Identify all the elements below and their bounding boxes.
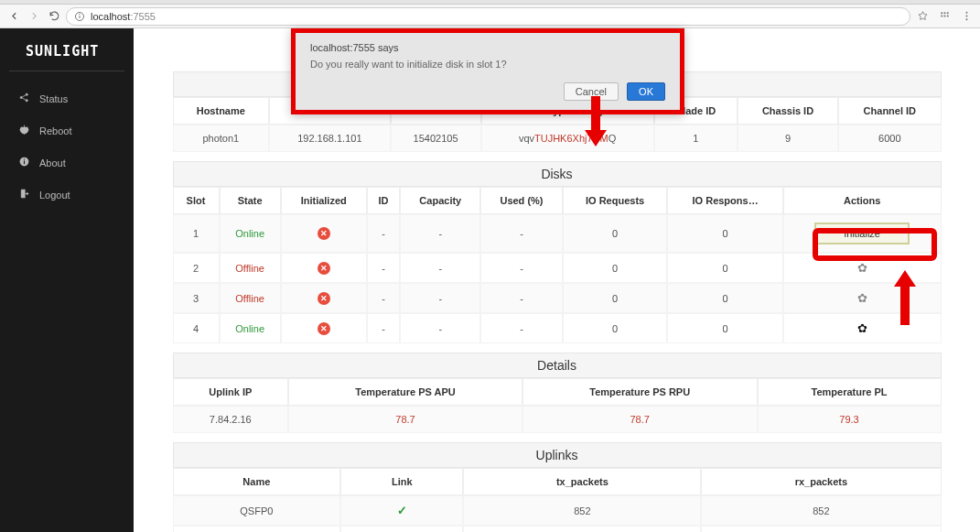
column-header: ID <box>367 187 401 214</box>
table-cell: 79.3 <box>758 406 942 433</box>
back-button[interactable] <box>5 8 22 25</box>
table-cell: 0 <box>563 283 668 313</box>
sidebar-item-about[interactable]: About <box>0 147 134 179</box>
column-header: Temperature PL <box>758 378 942 406</box>
column-header: IO Respons… <box>667 187 782 214</box>
column-header: State <box>220 187 281 214</box>
column-header: Actions <box>783 187 942 214</box>
column-header: Used (%) <box>480 187 563 214</box>
table-cell: 4 <box>173 313 220 343</box>
gear-icon[interactable]: ✿ <box>857 321 867 335</box>
reload-button[interactable] <box>46 8 62 25</box>
forward-button[interactable] <box>26 8 42 25</box>
disk-state: Offline <box>220 253 281 283</box>
disk-state: Online <box>220 313 281 343</box>
column-header: Temperature PS RPU <box>522 378 758 406</box>
sidebar-item-label: Reboot <box>39 125 71 136</box>
table-cell: 6000 <box>838 125 941 152</box>
svg-point-13 <box>26 93 27 95</box>
share-icon <box>18 92 30 105</box>
dialog-host: localhost:7555 says <box>310 42 665 53</box>
table-cell: 0 <box>563 253 668 283</box>
svg-point-10 <box>965 16 967 17</box>
table-cell: - <box>480 253 563 283</box>
disks-section-title: Disks <box>173 161 942 187</box>
table-cell: vqvTUJHK6Xhj7DMQ <box>481 125 654 152</box>
table-cell: 0 <box>667 283 782 313</box>
table-row: 2Offline✕---00✿ <box>173 253 942 283</box>
disk-actions: ✿ <box>783 283 942 313</box>
svg-point-11 <box>965 18 967 20</box>
svg-point-5 <box>946 12 948 14</box>
annotation-arrow-down <box>586 96 606 147</box>
x-icon: ✕ <box>318 227 330 240</box>
table-row: 1Online✕---00Initialize <box>173 214 942 253</box>
table-row: QSFP0✓852852 <box>173 495 942 526</box>
table-cell <box>701 526 941 532</box>
sidebar-item-status[interactable]: Status <box>0 82 134 114</box>
disk-initialized: ✕ <box>281 253 367 283</box>
svg-point-9 <box>965 12 967 14</box>
gear-icon[interactable]: ✿ <box>857 291 867 305</box>
info-icon <box>18 156 30 169</box>
table-cell: - <box>400 283 480 313</box>
table-cell: QSFP1 <box>173 526 341 532</box>
svg-rect-18 <box>24 160 25 164</box>
table-cell: - <box>367 214 401 253</box>
disks-table: SlotStateInitializedIDCapacityUsed (%)IO… <box>173 187 942 343</box>
dialog-ok-button[interactable]: OK <box>627 82 665 101</box>
table-cell: 852 <box>701 495 941 526</box>
table-row: 3Offline✕---00✿ <box>173 283 942 313</box>
column-header: Hostname <box>173 97 270 125</box>
address-bar[interactable]: localhost:7555 <box>66 7 910 26</box>
table-cell: - <box>480 313 563 343</box>
table-cell: 78.7 <box>288 406 522 433</box>
gear-icon[interactable]: ✿ <box>857 261 867 275</box>
power-icon <box>18 124 30 137</box>
x-icon: ✕ <box>318 322 330 335</box>
table-cell: - <box>400 313 480 343</box>
table-cell: 0 <box>563 214 668 253</box>
column-header: Slot <box>173 187 220 214</box>
svg-point-2 <box>80 14 81 15</box>
svg-point-3 <box>941 12 942 14</box>
svg-point-6 <box>941 15 942 16</box>
sidebar-item-logout[interactable]: Logout <box>0 179 134 211</box>
table-row: QSFP1✕ <box>173 526 942 532</box>
table-cell: - <box>480 214 563 253</box>
svg-line-15 <box>22 95 26 97</box>
initialize-button[interactable]: Initialize <box>814 223 910 244</box>
column-header: Name <box>173 468 341 495</box>
table-cell: - <box>400 253 480 283</box>
disk-actions: ✿ <box>783 313 942 343</box>
extensions-button[interactable] <box>936 8 953 25</box>
disk-state: Offline <box>220 283 281 313</box>
sidebar: SUNLIGHT StatusRebootAboutLogout <box>0 28 134 532</box>
menu-button[interactable] <box>958 8 975 25</box>
table-cell: 0 <box>667 313 782 343</box>
table-cell: - <box>480 283 563 313</box>
confirm-dialog: localhost:7555 says Do you really want t… <box>291 28 684 114</box>
table-cell: 0 <box>563 313 668 343</box>
table-cell: 3 <box>173 283 220 313</box>
disk-initialized: ✕ <box>281 214 367 253</box>
table-cell: 1 <box>173 214 220 253</box>
svg-point-8 <box>946 15 948 16</box>
sidebar-item-reboot[interactable]: Reboot <box>0 114 134 147</box>
svg-point-19 <box>24 158 25 159</box>
table-cell: 9 <box>738 125 838 152</box>
dialog-message: Do you really want to initialize disk in… <box>310 59 665 70</box>
sidebar-item-label: About <box>39 157 66 168</box>
table-cell <box>463 526 701 532</box>
svg-point-7 <box>943 15 945 16</box>
table-cell: 192.168.1.101 <box>269 125 391 152</box>
sidebar-item-label: Logout <box>39 190 70 201</box>
column-header: Temperature PS APU <box>288 378 522 406</box>
table-row: 4Online✕---00✿ <box>173 313 942 343</box>
address-host: localhost:7555 <box>91 11 156 22</box>
star-button[interactable] <box>914 8 931 25</box>
table-cell: QSFP0 <box>173 495 341 526</box>
column-header: Link <box>340 468 463 495</box>
table-cell: 852 <box>463 495 701 526</box>
table-cell: - <box>367 253 401 283</box>
